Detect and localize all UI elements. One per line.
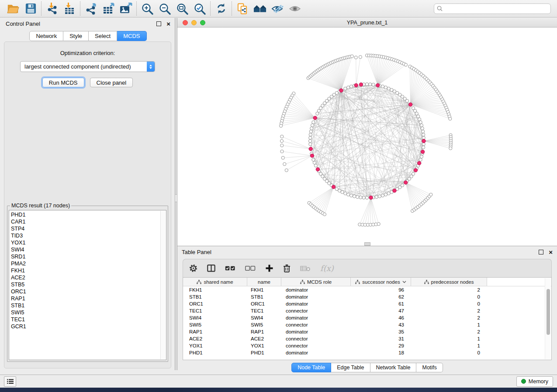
tab-motifs[interactable]: Motifs (416, 363, 443, 372)
mcds-node-item[interactable]: STB1 (11, 302, 166, 309)
graph-ring-node[interactable] (309, 143, 312, 146)
graph-ring-node[interactable] (346, 86, 349, 89)
mcds-node-item[interactable]: ACE2 (11, 274, 166, 281)
graph-ring-node[interactable] (419, 158, 422, 161)
graph-mcds-node[interactable] (393, 189, 396, 193)
table-scrollbar-thumb[interactable] (547, 289, 550, 335)
tab-network[interactable]: Network (29, 31, 63, 41)
graph-ring-node[interactable] (401, 184, 404, 187)
export-image-icon[interactable] (117, 1, 135, 16)
graph-ring-node[interactable] (362, 196, 365, 199)
graph-mcds-node[interactable] (369, 196, 373, 199)
graph-leaf-node[interactable] (359, 55, 362, 58)
import-network-icon[interactable] (43, 1, 61, 16)
graph-ring-node[interactable] (381, 85, 384, 88)
mcds-node-item[interactable]: STP4 (11, 225, 166, 232)
table-scrollbar[interactable] (545, 278, 551, 359)
mcds-node-item[interactable]: ORC1 (11, 288, 166, 295)
column-header-shared-name[interactable]: shared name (183, 278, 247, 286)
graph-ring-node[interactable] (356, 196, 359, 199)
table-row[interactable]: ORC1ORC1dominator610 (183, 300, 551, 307)
import-table-icon[interactable] (61, 1, 78, 16)
graph-ring-node[interactable] (384, 193, 387, 196)
mcds-node-item[interactable]: SWI4 (11, 246, 166, 253)
graph-leaf-node[interactable] (323, 213, 326, 216)
show-all-icon[interactable] (286, 1, 304, 16)
graph-mcds-node[interactable] (332, 185, 335, 189)
graph-mcds-node[interactable] (408, 103, 412, 106)
table-settings-icon[interactable] (189, 264, 197, 272)
graph-mcds-node[interactable] (316, 168, 319, 171)
graph-ring-node[interactable] (420, 155, 423, 158)
graph-ring-node[interactable] (346, 193, 349, 196)
graph-ring-node[interactable] (422, 146, 425, 149)
mcds-node-item[interactable]: PHD1 (11, 211, 166, 218)
zoom-fit-icon[interactable] (173, 1, 191, 16)
graph-leaf-node[interactable] (449, 117, 452, 120)
column-header-MCDS-role[interactable]: MCDS role (281, 278, 351, 286)
task-history-button[interactable] (4, 376, 16, 387)
table-row[interactable]: TEC1TEC1connector472 (183, 307, 551, 314)
zoom-selected-icon[interactable] (191, 1, 208, 16)
graph-leaf-node[interactable] (281, 156, 284, 159)
graph-ring-node[interactable] (359, 196, 362, 199)
search-box[interactable] (434, 3, 551, 14)
graph-mcds-node[interactable] (404, 181, 407, 184)
memory-button[interactable]: Memory (516, 376, 553, 387)
graph-mcds-node[interactable] (414, 168, 417, 172)
graph-ring-node[interactable] (353, 195, 356, 198)
mcds-node-item[interactable]: GCR1 (11, 323, 166, 330)
mcds-node-item[interactable]: SRD1 (11, 253, 166, 260)
mcds-node-item[interactable]: YOX1 (11, 239, 166, 246)
refresh-view-icon[interactable] (212, 1, 230, 16)
graph-ring-node[interactable] (313, 161, 316, 164)
mcds-node-item[interactable]: CAR1 (11, 218, 166, 225)
table-row[interactable]: ACE2ACE2connector311 (183, 335, 551, 342)
graph-leaf-node[interactable] (285, 168, 288, 172)
graph-ring-node[interactable] (412, 107, 415, 110)
export-table-icon[interactable] (100, 1, 117, 16)
graph-mcds-node[interactable] (313, 116, 317, 120)
graph-ring-node[interactable] (420, 124, 423, 127)
table-row[interactable]: PHD1PHD1dominator180 (183, 349, 551, 356)
graph-ring-node[interactable] (365, 196, 368, 199)
first-neighbors-icon[interactable] (251, 1, 269, 16)
graph-ring-node[interactable] (384, 86, 387, 89)
graph-ring-node[interactable] (341, 191, 344, 194)
graph-ring-node[interactable] (422, 136, 425, 139)
graph-ring-node[interactable] (412, 172, 415, 175)
graph-ring-node[interactable] (387, 87, 390, 90)
graph-leaf-node[interactable] (280, 139, 283, 142)
table-row[interactable]: FKH1FKH1dominator962 (183, 286, 551, 293)
mcds-node-item[interactable]: FKH1 (11, 267, 166, 274)
hide-selected-icon[interactable] (269, 1, 286, 16)
graph-ring-node[interactable] (390, 88, 393, 91)
split-view-icon[interactable] (207, 265, 215, 272)
graph-leaf-node[interactable] (377, 223, 380, 226)
close-table-panel-icon[interactable]: × (549, 250, 553, 254)
float-table-panel-icon[interactable] (539, 250, 543, 254)
mcds-node-item[interactable]: RAP1 (11, 295, 166, 302)
graph-ring-node[interactable] (375, 196, 378, 199)
graph-ring-node[interactable] (418, 118, 421, 121)
column-header-name[interactable]: name (247, 278, 281, 286)
table-row[interactable]: RAP1RAP1dominator352 (183, 328, 551, 335)
graph-ring-node[interactable] (378, 195, 381, 198)
graph-mcds-node[interactable] (339, 89, 343, 92)
graph-ring-node[interactable] (344, 87, 347, 90)
graph-ring-node[interactable] (309, 136, 312, 139)
graph-leaf-node[interactable] (280, 150, 284, 153)
run-mcds-button[interactable]: Run MCDS (42, 78, 84, 87)
graph-mcds-node[interactable] (417, 162, 421, 165)
tab-mcds[interactable]: MCDS (117, 31, 146, 41)
graph-ring-node[interactable] (349, 194, 353, 197)
graph-mcds-node[interactable] (421, 150, 424, 154)
column-header-predecessor-nodes[interactable]: predecessor nodes (411, 278, 487, 286)
graph-ring-node[interactable] (422, 143, 425, 146)
graph-leaf-node[interactable] (404, 63, 407, 66)
graph-mcds-node[interactable] (359, 83, 363, 86)
column-header-successor-nodes[interactable]: successor nodes (351, 278, 411, 286)
graph-ring-node[interactable] (381, 194, 384, 197)
table-row[interactable]: STB1STB1dominator620 (183, 293, 551, 300)
graph-mcds-node[interactable] (376, 83, 380, 87)
